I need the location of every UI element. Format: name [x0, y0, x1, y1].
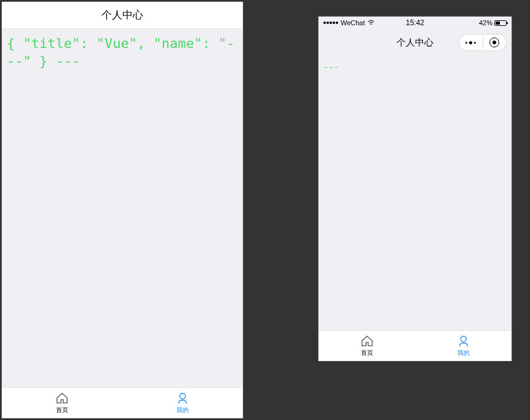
tab-mine[interactable]: 我的: [415, 331, 512, 361]
page-content: { "title": "Vue", "name": "---" } ---: [2, 29, 243, 387]
svg-point-1: [370, 23, 371, 25]
phone-simulator-right: WeChat 15:42 42% 个人中心: [318, 16, 512, 362]
svg-point-2: [461, 336, 466, 342]
page-title: 个人中心: [397, 37, 433, 49]
debug-json-output: { "title": "Vue", "name": "---" } ---: [7, 35, 238, 70]
nav-header: 个人中心: [318, 29, 512, 56]
battery-percent: 42%: [479, 19, 492, 26]
tab-bar: 首页 我的: [2, 387, 243, 418]
signal-icon: [323, 22, 338, 24]
phone-simulator-left: 个人中心 { "title": "Vue", "name": "---" } -…: [1, 1, 243, 419]
statusbar-right: 42%: [479, 19, 507, 26]
clock: 15:42: [406, 18, 424, 27]
tab-label: 首页: [56, 406, 68, 414]
page-title: 个人中心: [101, 8, 143, 22]
status-bar: WeChat 15:42 42%: [318, 17, 512, 29]
battery-icon: [494, 20, 507, 26]
svg-point-0: [180, 394, 185, 399]
capsule-close-button[interactable]: [483, 34, 507, 50]
tab-mine[interactable]: 我的: [122, 388, 243, 418]
page-content: ---: [318, 56, 512, 330]
close-target-icon: [489, 38, 499, 47]
nav-header: 个人中心: [2, 2, 243, 29]
tab-label: 我的: [457, 349, 470, 357]
debug-json-output: ---: [323, 62, 507, 72]
tab-bar: 首页 我的: [318, 330, 512, 361]
wifi-icon: [368, 20, 374, 26]
tab-label: 我的: [176, 406, 189, 414]
home-icon: [55, 392, 69, 405]
user-icon: [176, 392, 189, 405]
user-icon: [457, 335, 470, 348]
miniprogram-capsule: [459, 34, 507, 51]
tab-home[interactable]: 首页: [2, 388, 122, 418]
carrier-label: WeChat: [341, 19, 365, 26]
statusbar-left: WeChat: [323, 19, 374, 26]
menu-dots-icon: [465, 41, 476, 44]
home-icon: [360, 335, 374, 348]
capsule-menu-button[interactable]: [459, 34, 483, 50]
tab-label: 首页: [361, 349, 373, 357]
tab-home[interactable]: 首页: [318, 331, 415, 361]
